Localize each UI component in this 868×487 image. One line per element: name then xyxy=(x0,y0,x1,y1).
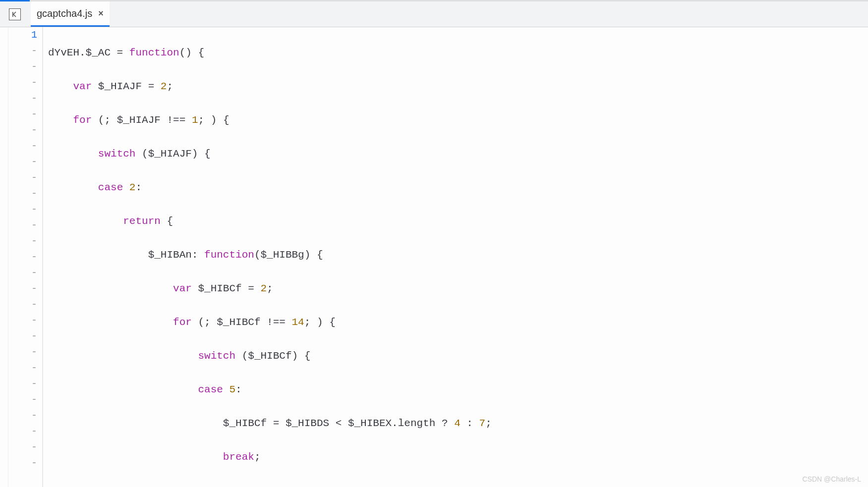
code-line: $_HIBCf = $_HIBDS < $_HIBEX.length ? 4 :… xyxy=(48,416,868,432)
line-number: - xyxy=(8,297,37,313)
line-number: - xyxy=(8,439,37,455)
line-number: - xyxy=(8,360,37,376)
code-line: case 2: xyxy=(48,483,868,487)
code-line: var $_HIAJF = 2; xyxy=(48,79,868,95)
line-number: - xyxy=(8,170,37,186)
line-number: - xyxy=(8,107,37,122)
line-number: - xyxy=(8,217,37,233)
line-number: - xyxy=(8,281,37,297)
line-number: - xyxy=(8,344,37,360)
tab-gcaptcha4[interactable]: gcaptcha4.js × xyxy=(31,1,110,27)
line-gutter: 1 - - - - - - - - - - - - - - - - - - - … xyxy=(8,27,43,487)
line-number: - xyxy=(8,233,37,249)
code-line: switch ($_HIAJF) { xyxy=(48,146,868,162)
close-icon[interactable]: × xyxy=(98,8,104,19)
watermark: CSDN @Charles-L xyxy=(803,475,861,483)
line-number: - xyxy=(8,154,37,170)
code-editor: 1 - - - - - - - - - - - - - - - - - - - … xyxy=(0,27,868,487)
line-number: - xyxy=(8,91,37,107)
code-area[interactable]: dYvEH.$_AC = function() { var $_HIAJF = … xyxy=(43,27,868,487)
line-number: - xyxy=(8,59,37,75)
line-number: - xyxy=(8,202,37,217)
code-line: return { xyxy=(48,214,868,229)
code-line: $_HIBAn: function($_HIBBg) { xyxy=(48,247,868,263)
code-line: for (; $_HIBCf !== 14; ) { xyxy=(48,315,868,330)
line-number: - xyxy=(8,249,37,265)
code-line: switch ($_HIBCf) { xyxy=(48,348,868,364)
code-line: break; xyxy=(48,449,868,465)
code-line: dYvEH.$_AC = function() { xyxy=(48,45,868,61)
code-line: case 2: xyxy=(48,180,868,196)
tab-filename: gcaptcha4.js xyxy=(37,8,92,19)
line-number: - xyxy=(8,75,37,91)
line-number: - xyxy=(8,328,37,344)
line-number: - xyxy=(8,43,37,59)
line-number: - xyxy=(8,265,37,281)
line-number: 1 xyxy=(8,27,37,43)
line-number: - xyxy=(8,455,37,471)
code-line: var $_HIBCf = 2; xyxy=(48,281,868,297)
line-number: - xyxy=(8,122,37,138)
line-number: - xyxy=(8,138,37,154)
left-gutter xyxy=(0,27,8,487)
line-number: - xyxy=(8,376,37,392)
line-number: - xyxy=(8,424,37,439)
line-number: - xyxy=(8,313,37,328)
line-number: - xyxy=(8,392,37,408)
collapse-sidebar-button[interactable] xyxy=(9,8,21,20)
chevron-left-icon xyxy=(12,11,17,17)
tab-bar: gcaptcha4.js × xyxy=(0,1,868,27)
line-number: - xyxy=(8,186,37,202)
code-line: for (; $_HIAJF !== 1; ) { xyxy=(48,112,868,128)
code-line: case 5: xyxy=(48,382,868,398)
line-number: - xyxy=(8,408,37,424)
